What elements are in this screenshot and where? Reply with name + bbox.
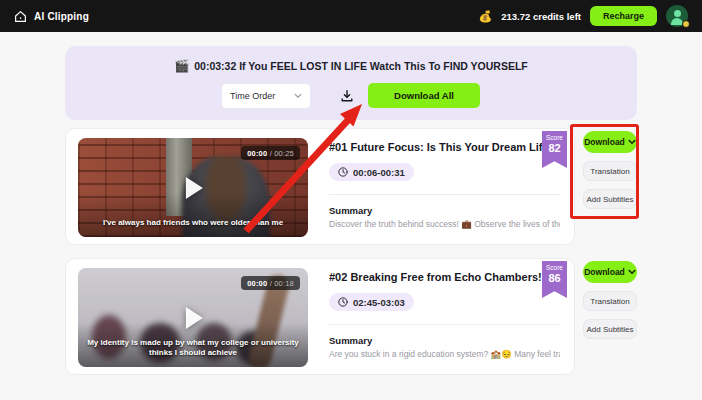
clock-icon [338, 297, 348, 307]
clip-card-2: 00:00 / 00:18 My identity is made up by … [65, 258, 575, 375]
chevron-down-icon [628, 138, 636, 146]
divider [329, 324, 560, 325]
recharge-button[interactable]: Recharge [590, 6, 657, 26]
clip-2-add-subtitles-button[interactable]: Add Subtitles [583, 319, 637, 339]
avatar[interactable] [666, 5, 688, 27]
clip-1-time-range: 00:06-00:31 [329, 163, 414, 181]
clip-1-summary: Discover the truth behind success! 💼 Obs… [329, 219, 560, 229]
download-icon [340, 89, 354, 103]
clip-row-1: 00:00 / 00:25 I've always had friends wh… [65, 128, 637, 245]
app-brand[interactable]: AI Clipping [14, 10, 89, 23]
summary-heading: Summary [329, 335, 560, 346]
home-icon [14, 10, 27, 23]
clapperboard-icon: 🎬 [174, 60, 189, 72]
clip-1-actions: Download Translation Add Subtitles [583, 128, 637, 209]
clip-2-translation-button[interactable]: Translation [583, 291, 637, 311]
chevron-down-icon [628, 268, 636, 276]
clip-2-actions: Download Translation Add Subtitles [583, 258, 637, 339]
chevron-down-icon [294, 92, 302, 100]
top-bar: AI Clipping 💰 213.72 credits left Rechar… [0, 0, 702, 32]
clip-1-thumbnail[interactable]: 00:00 / 00:25 I've always had friends wh… [78, 138, 308, 237]
app-title: AI Clipping [34, 11, 89, 22]
timestamp-badge: 00:00 / 00:25 [241, 146, 300, 160]
topbar-right: 💰 213.72 credits left Recharge [478, 5, 688, 27]
avatar-head-icon [674, 10, 681, 17]
clock-icon [338, 167, 348, 177]
clip-2-download-button[interactable]: Download [583, 261, 637, 283]
avatar-coin-badge [682, 20, 690, 28]
play-icon[interactable] [186, 177, 203, 199]
main-content: 🎬 00:03:32 If You FEEL LOST IN LIFE Watc… [65, 46, 637, 375]
clip-1-info: #01 Future Focus: Is This Your Dream Lif… [329, 138, 560, 235]
download-icon-button[interactable] [340, 89, 354, 103]
clip-2-title: #02 Breaking Free from Echo Chambers! 🌀🚀 [329, 271, 560, 284]
clip-1-download-button[interactable]: Download [583, 131, 637, 153]
play-icon[interactable] [186, 307, 203, 329]
clip-1-title: #01 Future Focus: Is This Your Dream Lif… [329, 141, 560, 154]
divider [329, 194, 560, 195]
video-title: 00:03:32 If You FEEL LOST IN LIFE Watch … [194, 60, 528, 72]
coin-icon: 💰 [478, 11, 492, 22]
hero-controls: Time Order Download All [75, 83, 627, 108]
video-title-row: 🎬 00:03:32 If You FEEL LOST IN LIFE Watc… [75, 60, 627, 72]
clip-2-thumbnail[interactable]: 00:00 / 00:18 My identity is made up by … [78, 268, 308, 367]
clip-2-summary: Are you stuck in a rigid education syste… [329, 349, 560, 359]
video-summary-panel: 🎬 00:03:32 If You FEEL LOST IN LIFE Watc… [65, 46, 637, 120]
clip-row-2: 00:00 / 00:18 My identity is made up by … [65, 258, 637, 375]
clip-2-caption: My identity is made up by what my colleg… [84, 338, 302, 358]
timestamp-badge: 00:00 / 00:18 [241, 276, 300, 290]
credits-left-text: 213.72 credits left [501, 11, 581, 22]
clip-card-1: 00:00 / 00:25 I've always had friends wh… [65, 128, 575, 245]
summary-heading: Summary [329, 205, 560, 216]
clip-2-time-range: 02:45-03:03 [329, 293, 414, 311]
clip-1-add-subtitles-button[interactable]: Add Subtitles [583, 189, 637, 209]
clip-2-info: #02 Breaking Free from Echo Chambers! 🌀🚀… [329, 268, 560, 365]
sort-order-select[interactable]: Time Order [222, 84, 310, 108]
clip-1-caption: I've always had friends who were older t… [84, 218, 302, 228]
clip-1-translation-button[interactable]: Translation [583, 161, 637, 181]
download-all-button[interactable]: Download All [368, 83, 480, 108]
sort-order-value: Time Order [230, 91, 275, 101]
